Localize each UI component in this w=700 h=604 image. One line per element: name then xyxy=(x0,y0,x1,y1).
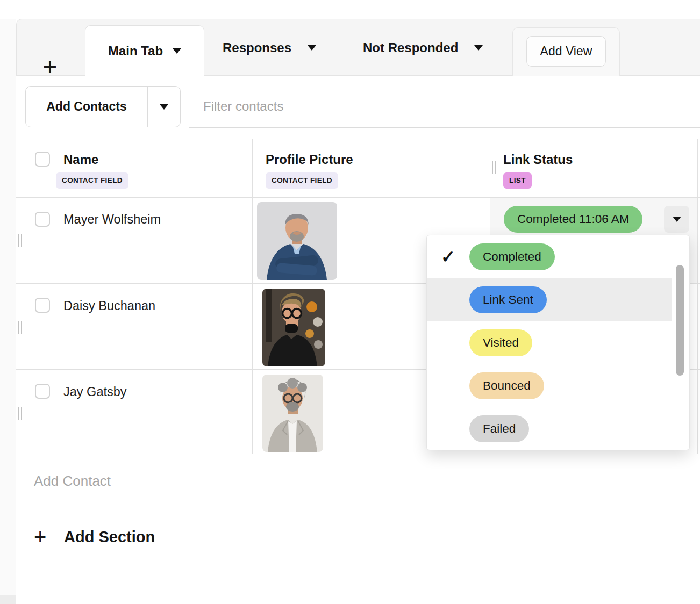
menu-option-failed[interactable]: Failed xyxy=(427,407,689,450)
status-pill[interactable]: Completed 11:06 AM xyxy=(504,206,642,233)
column-header-link-status[interactable]: Link Status xyxy=(503,152,573,167)
tab-label: Not Responded xyxy=(363,40,458,55)
chevron-down-icon xyxy=(474,45,483,51)
profile-photo-cell[interactable] xyxy=(257,202,337,280)
row-drag-handle[interactable] xyxy=(18,321,22,334)
menu-option-visited[interactable]: Visited xyxy=(427,321,689,364)
add-view-button[interactable]: Add View xyxy=(526,36,606,67)
tab-not-responded[interactable]: Not Responded xyxy=(363,19,483,76)
status-dropdown-button[interactable] xyxy=(664,206,689,233)
caret-down-icon xyxy=(160,104,168,110)
link-status-dropdown-menu: ✓ Completed Link Sent Visited Bounced Fa… xyxy=(426,235,690,450)
contact-name-cell[interactable]: Mayer Wolfsheim xyxy=(63,212,161,227)
add-contacts-menu-button[interactable] xyxy=(147,87,180,127)
add-contacts-button[interactable]: Add Contacts xyxy=(26,87,147,127)
column-border[interactable] xyxy=(252,139,253,508)
column-header-name[interactable]: Name xyxy=(63,152,98,167)
tab-responses[interactable]: Responses xyxy=(223,19,316,76)
table-header xyxy=(16,139,700,198)
status-option-pill: Link Sent xyxy=(469,286,547,313)
add-section-label: Add Section xyxy=(64,528,155,546)
add-tab-button[interactable]: + xyxy=(33,49,67,84)
left-gutter xyxy=(0,19,16,604)
column-type-badge: LIST xyxy=(503,172,532,189)
row-checkbox[interactable] xyxy=(35,384,50,399)
check-icon: ✓ xyxy=(441,247,469,267)
contact-name-cell[interactable]: Daisy Buchanan xyxy=(63,299,155,313)
status-option-pill: Visited xyxy=(469,329,532,356)
select-all-checkbox[interactable] xyxy=(35,152,50,167)
add-contact-placeholder: Add Contact xyxy=(34,473,111,490)
divider xyxy=(76,19,76,76)
contact-name-cell[interactable]: Jay Gatsby xyxy=(63,385,127,399)
tab-label: Responses xyxy=(223,40,291,55)
caret-down-icon xyxy=(673,217,681,222)
row-checkbox[interactable] xyxy=(35,298,50,313)
scroll-corner xyxy=(0,595,16,604)
menu-scrollbar-thumb[interactable] xyxy=(676,265,684,376)
profile-photo xyxy=(257,202,337,280)
column-type-badge: CONTACT FIELD xyxy=(56,172,128,189)
profile-photo-cell[interactable] xyxy=(262,375,323,452)
column-type-badge: CONTACT FIELD xyxy=(266,172,338,189)
status-option-pill: Completed xyxy=(469,243,555,270)
add-section-button[interactable]: + Add Section xyxy=(16,508,700,565)
column-border[interactable] xyxy=(697,139,698,454)
chevron-down-icon xyxy=(308,45,316,51)
status-option-pill: Failed xyxy=(469,415,529,442)
contacts-app: + Responses Not Responded Add View Main … xyxy=(0,0,700,604)
tab-label: Main Tab xyxy=(108,44,163,59)
chevron-down-icon xyxy=(173,48,181,54)
profile-photo xyxy=(262,375,323,452)
add-view-tab-slot: Add View xyxy=(512,27,620,76)
column-drag-handle[interactable] xyxy=(492,161,496,174)
plus-icon: + xyxy=(43,52,58,81)
plus-icon: + xyxy=(34,525,64,549)
menu-option-completed[interactable]: ✓ Completed xyxy=(427,235,689,278)
profile-photo-cell[interactable] xyxy=(262,289,325,366)
row-drag-handle[interactable] xyxy=(18,234,22,247)
add-contact-row[interactable]: Add Contact xyxy=(16,454,700,508)
menu-option-bounced[interactable]: Bounced xyxy=(427,364,689,407)
tab-main-tab[interactable]: Main Tab xyxy=(85,25,204,76)
menu-option-link-sent[interactable]: Link Sent xyxy=(427,278,672,321)
filter-contacts-input[interactable] xyxy=(189,85,700,128)
profile-photo xyxy=(262,289,325,366)
column-header-profile-picture[interactable]: Profile Picture xyxy=(266,152,353,167)
row-checkbox[interactable] xyxy=(35,212,50,227)
add-contacts-split-button[interactable]: Add Contacts xyxy=(25,86,181,127)
row-drag-handle[interactable] xyxy=(18,407,22,420)
status-option-pill: Bounced xyxy=(469,372,544,399)
